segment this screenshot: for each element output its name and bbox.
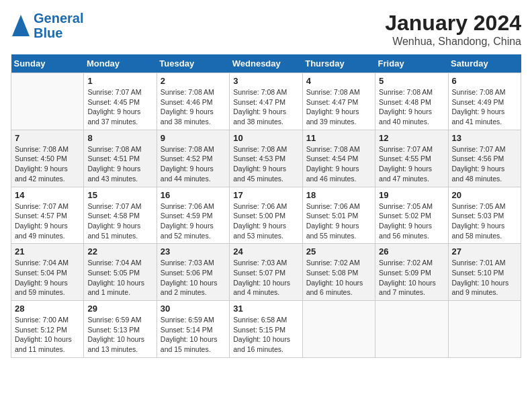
day-number: 11 [306,133,371,143]
day-number: 1 [87,76,152,86]
day-cell: 28Sunrise: 7:00 AMSunset: 5:12 PMDayligh… [11,301,84,358]
day-info: Sunrise: 7:05 AMSunset: 5:03 PMDaylight:… [452,201,517,241]
day-number: 20 [452,190,517,200]
day-info: Sunrise: 7:07 AMSunset: 4:57 PMDaylight:… [15,201,80,241]
day-cell: 1Sunrise: 7:07 AMSunset: 4:45 PMDaylight… [84,73,157,130]
day-info: Sunrise: 7:03 AMSunset: 5:07 PMDaylight:… [233,258,298,298]
logo: General Blue [11,11,83,40]
day-number: 2 [161,76,226,86]
day-number: 18 [306,190,371,200]
col-header-thursday: Thursday [302,54,375,73]
day-cell: 16Sunrise: 7:06 AMSunset: 4:59 PMDayligh… [157,187,229,244]
calendar-subtitle: Wenhua, Shandong, China [385,36,521,48]
day-info: Sunrise: 6:59 AMSunset: 5:13 PMDaylight:… [87,315,152,355]
day-cell [11,73,84,130]
day-info: Sunrise: 7:08 AMSunset: 4:53 PMDaylight:… [233,144,298,184]
day-info: Sunrise: 7:08 AMSunset: 4:46 PMDaylight:… [161,87,226,127]
day-cell: 26Sunrise: 7:02 AMSunset: 5:09 PMDayligh… [375,244,448,301]
day-number: 27 [452,246,517,257]
day-number: 12 [379,133,444,143]
day-cell: 4Sunrise: 7:08 AMSunset: 4:47 PMDaylight… [302,73,375,130]
day-cell: 20Sunrise: 7:05 AMSunset: 5:03 PMDayligh… [448,187,521,244]
day-number: 22 [87,246,152,257]
day-info: Sunrise: 7:08 AMSunset: 4:54 PMDaylight:… [306,144,371,184]
col-header-wednesday: Wednesday [230,54,302,73]
day-number: 13 [452,133,517,143]
day-cell: 9Sunrise: 7:08 AMSunset: 4:52 PMDaylight… [157,130,229,187]
col-header-monday: Monday [84,54,157,73]
day-cell: 30Sunrise: 6:59 AMSunset: 5:14 PMDayligh… [157,301,229,358]
day-cell: 22Sunrise: 7:04 AMSunset: 5:05 PMDayligh… [84,244,157,301]
day-number: 15 [87,190,152,200]
day-number: 31 [233,304,298,314]
day-info: Sunrise: 7:07 AMSunset: 4:58 PMDaylight:… [87,201,152,241]
calendar-table: SundayMondayTuesdayWednesdayThursdayFrid… [11,54,521,358]
day-cell: 13Sunrise: 7:07 AMSunset: 4:56 PMDayligh… [448,130,521,187]
week-row-1: 1Sunrise: 7:07 AMSunset: 4:45 PMDaylight… [11,73,521,130]
day-info: Sunrise: 7:08 AMSunset: 4:51 PMDaylight:… [87,144,152,184]
day-info: Sunrise: 7:06 AMSunset: 5:01 PMDaylight:… [306,201,371,241]
day-cell: 27Sunrise: 7:01 AMSunset: 5:10 PMDayligh… [448,244,521,301]
col-header-sunday: Sunday [11,54,84,73]
logo-line1: General [34,11,83,26]
day-info: Sunrise: 7:06 AMSunset: 5:00 PMDaylight:… [233,201,298,241]
col-header-tuesday: Tuesday [157,54,229,73]
day-cell: 31Sunrise: 6:58 AMSunset: 5:15 PMDayligh… [230,301,302,358]
day-number: 10 [233,133,298,143]
day-cell [375,301,448,358]
day-number: 3 [233,76,298,86]
day-number: 8 [87,133,152,143]
day-info: Sunrise: 7:08 AMSunset: 4:48 PMDaylight:… [379,87,444,127]
day-info: Sunrise: 7:04 AMSunset: 5:05 PMDaylight:… [87,258,152,298]
col-header-friday: Friday [375,54,448,73]
day-cell: 3Sunrise: 7:08 AMSunset: 4:47 PMDaylight… [230,73,302,130]
day-cell: 8Sunrise: 7:08 AMSunset: 4:51 PMDaylight… [84,130,157,187]
day-number: 16 [161,190,226,200]
day-number: 29 [87,304,152,314]
logo-line2: Blue [34,26,83,40]
day-info: Sunrise: 7:01 AMSunset: 5:10 PMDaylight:… [452,258,517,298]
day-info: Sunrise: 7:02 AMSunset: 5:09 PMDaylight:… [379,258,444,298]
day-number: 17 [233,190,298,200]
title-block: January 2024 Wenhua, Shandong, China [385,11,521,48]
day-number: 6 [452,76,517,86]
day-number: 5 [379,76,444,86]
day-number: 24 [233,246,298,257]
day-number: 14 [15,190,80,200]
day-number: 28 [15,304,80,314]
day-number: 21 [15,246,80,257]
day-cell: 18Sunrise: 7:06 AMSunset: 5:01 PMDayligh… [302,187,375,244]
day-cell: 21Sunrise: 7:04 AMSunset: 5:04 PMDayligh… [11,244,84,301]
day-cell: 6Sunrise: 7:08 AMSunset: 4:49 PMDaylight… [448,73,521,130]
day-info: Sunrise: 7:08 AMSunset: 4:47 PMDaylight:… [306,87,371,127]
day-info: Sunrise: 7:07 AMSunset: 4:55 PMDaylight:… [379,144,444,184]
day-info: Sunrise: 7:00 AMSunset: 5:12 PMDaylight:… [15,315,80,355]
day-number: 7 [15,133,80,143]
day-cell: 11Sunrise: 7:08 AMSunset: 4:54 PMDayligh… [302,130,375,187]
day-number: 9 [161,133,226,143]
day-info: Sunrise: 7:07 AMSunset: 4:45 PMDaylight:… [87,87,152,127]
day-cell: 17Sunrise: 7:06 AMSunset: 5:00 PMDayligh… [230,187,302,244]
svg-marker-0 [12,15,30,36]
day-cell: 14Sunrise: 7:07 AMSunset: 4:57 PMDayligh… [11,187,84,244]
day-cell: 19Sunrise: 7:05 AMSunset: 5:02 PMDayligh… [375,187,448,244]
day-number: 26 [379,246,444,257]
day-cell: 12Sunrise: 7:07 AMSunset: 4:55 PMDayligh… [375,130,448,187]
day-number: 4 [306,76,371,86]
day-cell: 15Sunrise: 7:07 AMSunset: 4:58 PMDayligh… [84,187,157,244]
col-header-saturday: Saturday [448,54,521,73]
day-cell: 25Sunrise: 7:02 AMSunset: 5:08 PMDayligh… [302,244,375,301]
week-row-3: 14Sunrise: 7:07 AMSunset: 4:57 PMDayligh… [11,187,521,244]
week-row-5: 28Sunrise: 7:00 AMSunset: 5:12 PMDayligh… [11,301,521,358]
day-info: Sunrise: 7:06 AMSunset: 4:59 PMDaylight:… [161,201,226,241]
day-cell: 2Sunrise: 7:08 AMSunset: 4:46 PMDaylight… [157,73,229,130]
calendar-title: January 2024 [385,11,521,36]
day-info: Sunrise: 7:08 AMSunset: 4:50 PMDaylight:… [15,144,80,184]
day-info: Sunrise: 7:04 AMSunset: 5:04 PMDaylight:… [15,258,80,298]
logo-icon [11,13,31,38]
day-number: 30 [161,304,226,314]
day-cell: 29Sunrise: 6:59 AMSunset: 5:13 PMDayligh… [84,301,157,358]
week-row-4: 21Sunrise: 7:04 AMSunset: 5:04 PMDayligh… [11,244,521,301]
day-info: Sunrise: 7:03 AMSunset: 5:06 PMDaylight:… [161,258,226,298]
day-cell: 5Sunrise: 7:08 AMSunset: 4:48 PMDaylight… [375,73,448,130]
